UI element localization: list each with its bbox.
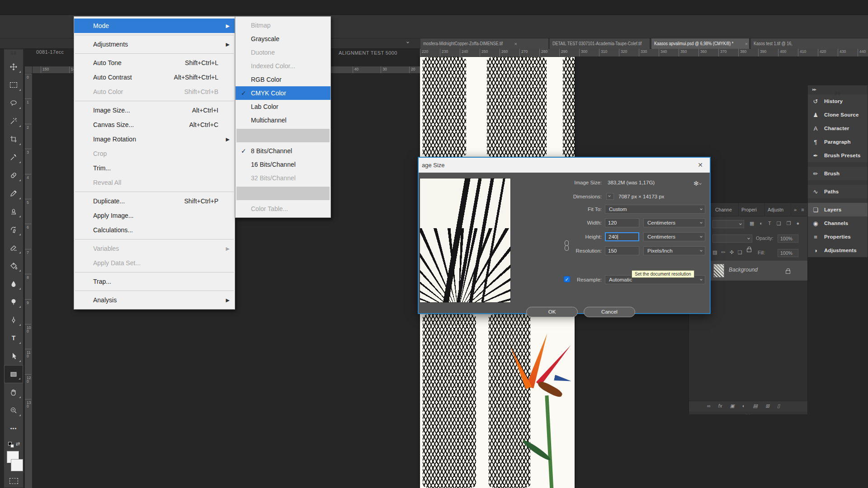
filter-icon[interactable]: ❑ [777,221,781,226]
close-icon[interactable]: × [745,41,748,47]
dock-item[interactable]: ♟ Clone Source [808,108,868,122]
more-tools[interactable]: ••• [4,419,23,437]
menu-item[interactable]: Duplicate... Shift+Ctrl+P [74,194,235,208]
submenu-item[interactable]: Duotone [236,46,330,59]
dock-item[interactable]: ◉ Channels [808,216,868,230]
close-icon[interactable]: ✕ [691,158,710,173]
move-tool[interactable] [4,58,23,76]
rectangular-marquee-tool[interactable] [4,76,23,94]
menu-item[interactable]: Mode ▶ [74,19,235,33]
gear-icon[interactable]: ✻ [693,180,701,187]
submenu-item[interactable]: Lab Color [236,100,330,113]
dodge-tool[interactable] [4,293,23,311]
blend-mode-dropdown[interactable] [712,235,752,243]
menu-item[interactable] [75,101,234,101]
submenu-item[interactable]: Indexed Color... [236,59,330,73]
lock-all-icon[interactable] [747,249,751,252]
close-icon[interactable]: × [514,41,517,47]
layer-action-icon[interactable]: ▯ [777,403,780,412]
opacity-value[interactable]: 100% [778,235,798,243]
layer-thumbnail[interactable] [713,264,724,277]
menu-item[interactable]: Crop [74,146,235,161]
filter-icon[interactable]: ❐ [787,221,791,226]
submenu-item[interactable]: Bitmap [236,19,330,32]
clone-stamp-tool[interactable] [4,202,23,221]
menu-item[interactable] [75,272,234,272]
rectangle-tool[interactable] [4,365,23,383]
width-unit-dropdown[interactable]: Centimeters [643,218,705,227]
menu-item[interactable] [75,192,234,192]
menu-item[interactable]: Analysis ▶ [74,293,235,307]
quick-selection-tool[interactable] [4,112,23,130]
lasso-tool[interactable] [4,94,23,112]
crop-tool[interactable] [4,130,23,148]
dock-item[interactable]: A Character [808,122,868,135]
canvas-bottom[interactable] [420,314,575,488]
dock-item[interactable]: ✏ Brush [808,167,868,180]
dock-item[interactable] [808,162,868,167]
background-color-swatch[interactable] [11,459,23,471]
menu-item[interactable]: Trim... [74,161,235,175]
dimensions-unit-dropdown[interactable] [606,193,614,200]
filter-icon[interactable]: ◐ [760,221,763,226]
menu-item[interactable] [75,291,234,291]
lock-option-icon[interactable]: ✜ [730,249,734,255]
chevron-down-icon[interactable] [406,41,409,43]
menu-item[interactable]: Variables ▶ [74,241,235,256]
path-selection-tool[interactable] [4,347,23,365]
document-tab[interactable]: mosfera-MidnightCopper-Zoffa-DIMENSE.tif… [420,38,549,49]
lock-option-icon[interactable]: ❑ [738,249,742,255]
dock-item[interactable] [808,198,868,203]
document-tab[interactable]: Kasos test 1.tif @ 16, [751,38,868,49]
menu-item[interactable] [75,53,234,54]
dock-item[interactable]: ∿ Paths [808,185,868,198]
dock-item[interactable]: ◑ Adjustments [808,244,868,257]
tab-channels[interactable]: Channe [712,203,739,216]
filter-icon[interactable]: T [768,221,771,226]
image-preview[interactable] [420,178,511,303]
filter-icon[interactable]: ● [797,221,800,226]
submenu-item[interactable]: RGB Color [236,73,330,86]
menu-item[interactable]: Image Size... Alt+Ctrl+I [74,103,235,117]
menu-item[interactable] [75,239,234,239]
menu-item[interactable]: Image Rotation ▶ [74,132,235,146]
menu-item[interactable]: Calculations... [74,223,235,237]
tab-adjustments[interactable]: Adjustn [765,203,791,216]
submenu-item[interactable]: Color Table... [236,202,330,216]
dock-item[interactable] [808,180,868,185]
eyedropper-tool[interactable] [4,148,23,166]
menu-item[interactable]: Trap... [74,274,235,289]
layer-action-icon[interactable]: ◐ [742,403,745,412]
swap-colors-icon[interactable]: ⇄ [16,441,20,447]
filter-icon[interactable]: ▦ [750,221,754,226]
fill-value[interactable]: 100% [778,249,798,257]
menu-item[interactable]: Canvas Size... Alt+Ctrl+C [74,117,235,132]
menu-item[interactable]: Auto Color Shift+Ctrl+B [74,84,235,99]
tab-properties[interactable]: Properi [739,203,765,216]
canvas-top[interactable] [420,57,575,157]
lock-option-icon[interactable]: ✏ [721,249,725,255]
menu-item[interactable] [75,35,234,35]
filter-type-dropdown[interactable] [712,220,744,228]
panel-grip[interactable]: ⣿⣿ [4,51,23,55]
submenu-item[interactable]: 32 Bits/Channel [236,171,330,185]
menu-item[interactable]: Apply Image... [74,208,235,223]
menu-item[interactable]: Adjustments ▶ [74,37,235,52]
layer-action-icon[interactable]: ⊞ [765,403,769,412]
menu-item[interactable]: Auto Tone Shift+Ctrl+L [74,56,235,70]
layer-action-icon[interactable]: ∞ [707,403,711,412]
brush-tool[interactable] [4,184,23,202]
layer-action-icon[interactable]: ▣ [730,403,734,412]
resolution-input[interactable]: 150 [605,246,639,255]
panel-resize-grip[interactable]: ⣀⣀ [689,412,807,414]
panel-menu-icon[interactable]: ≡ [801,207,804,212]
paint-bucket-tool[interactable] [4,257,23,275]
resolution-unit-dropdown[interactable]: Pixels/Inch [643,246,705,255]
layer-name[interactable]: Background [729,267,758,273]
submenu-item[interactable] [236,187,330,200]
expand-panel-icon[interactable]: » [794,207,797,212]
layer-action-icon[interactable]: fx [718,403,722,412]
menu-item[interactable]: Auto Contrast Alt+Shift+Ctrl+L [74,70,235,84]
dock-item[interactable]: ↺ History [808,94,868,108]
menu-item[interactable]: Reveal All [74,175,235,190]
